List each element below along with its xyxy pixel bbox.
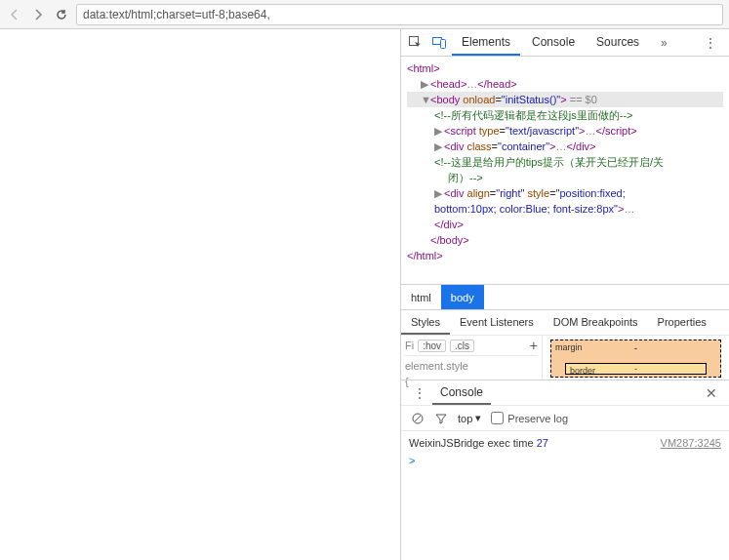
console-output[interactable]: WeixinJSBridge exec time 27 VM287:3245 >	[401, 431, 729, 560]
box-model[interactable]: margin - border -	[543, 336, 729, 380]
dom-attr: align	[467, 187, 490, 199]
console-number: 27	[537, 437, 548, 449]
preserve-log-checkbox[interactable]	[491, 412, 504, 424]
dom-tag: <script	[444, 125, 479, 137]
ellipsis: …	[586, 125, 596, 137]
console-message: WeixinJSBridge exec time 27 VM287:3245	[409, 435, 721, 451]
dom-comment[interactable]: <!--这里是给用户的tips提示（某开关已经开启/关	[434, 156, 664, 168]
styles-filter[interactable]: Fi	[405, 340, 414, 351]
tab-event-listeners[interactable]: Event Listeners	[450, 310, 544, 335]
dom-node[interactable]: <html>	[407, 62, 440, 74]
svg-line-4	[415, 416, 421, 421]
box-margin-label: margin	[555, 342, 583, 352]
breadcrumb-body[interactable]: body	[441, 285, 484, 309]
drawer-close-icon[interactable]: ✕	[700, 385, 723, 401]
preserve-log-label: Preserve log	[507, 413, 568, 424]
ellipsis: …	[466, 78, 477, 90]
browser-toolbar	[0, 0, 729, 29]
reload-button[interactable]	[53, 6, 70, 23]
devtools-tabbar: Elements Console Sources » ⋮	[401, 29, 729, 57]
expand-icon[interactable]: ▶	[434, 139, 444, 154]
chevron-down-icon: ▾	[475, 412, 481, 424]
tab-sources[interactable]: Sources	[587, 29, 649, 56]
dom-attr: onload	[463, 94, 495, 105]
filter-icon[interactable]	[434, 412, 448, 425]
dom-node[interactable]: ▶<script type="text/javascript">…</scrip…	[407, 123, 723, 139]
dom-node: </head>	[477, 78, 516, 90]
console-source-link[interactable]: VM287:3245	[661, 437, 721, 449]
dom-tag: <div	[444, 187, 467, 199]
dom-eq0: == $0	[567, 94, 597, 105]
dom-node[interactable]: <head>	[430, 78, 466, 90]
dom-attr-val: "container"	[498, 140, 549, 152]
styles-pane: Styles Event Listeners DOM Breakpoints P…	[401, 309, 729, 380]
tabs-more[interactable]: »	[655, 36, 673, 50]
context-label: top	[458, 413, 472, 424]
dom-attr-val: bottom:10px; color:Blue; font-size:8px"	[434, 203, 618, 215]
back-button[interactable]	[6, 6, 23, 23]
box-border-label: border	[570, 366, 595, 376]
collapse-icon[interactable]: ▼	[421, 92, 430, 107]
tab-elements[interactable]: Elements	[452, 29, 520, 56]
expand-icon[interactable]: ▶	[434, 185, 444, 201]
tab-dom-breakpoints[interactable]: DOM Breakpoints	[544, 310, 648, 335]
forward-button[interactable]	[29, 6, 47, 23]
tab-console[interactable]: Console	[522, 29, 585, 56]
border-top-val: -	[634, 364, 637, 374]
devtools-panel: Elements Console Sources » ⋮ <html> ▶<he…	[401, 29, 729, 560]
tab-properties[interactable]: Properties	[648, 310, 716, 335]
new-style-rule[interactable]: +	[530, 338, 538, 353]
svg-rect-2	[441, 39, 446, 48]
dom-tag: </script>	[596, 125, 637, 137]
tab-styles[interactable]: Styles	[401, 310, 450, 335]
dom-attr: type	[479, 125, 500, 137]
drawer-tab-console[interactable]: Console	[432, 380, 491, 405]
styles-tabbar: Styles Event Listeners DOM Breakpoints P…	[401, 310, 729, 336]
dom-attr-val: "position:fixed;	[556, 187, 626, 199]
page-viewport	[0, 29, 401, 560]
context-selector[interactable]: top▾	[458, 412, 481, 424]
dom-node[interactable]: </div>	[434, 219, 464, 230]
cls-toggle[interactable]: .cls	[450, 340, 474, 352]
device-toggle-icon[interactable]	[428, 32, 450, 54]
ellipsis: …	[556, 140, 567, 152]
dom-comment[interactable]: <!--所有代码逻辑都是在这段js里面做的-->	[434, 109, 633, 121]
dom-comment: 闭）-->	[448, 172, 483, 183]
dom-attr: style	[524, 187, 549, 199]
console-prompt[interactable]: >	[409, 451, 721, 466]
ellipsis: …	[624, 203, 634, 215]
preserve-log-toggle[interactable]: Preserve log	[491, 412, 568, 424]
breadcrumb-html[interactable]: html	[401, 285, 441, 309]
dom-breadcrumb: html body	[401, 284, 729, 309]
dom-attr-val: "initStatus()"	[502, 94, 560, 105]
dom-tag: <div	[444, 140, 467, 152]
dom-attr-val: "right"	[496, 187, 524, 199]
expand-icon[interactable]: ▶	[421, 76, 430, 92]
dom-attr-val: "text/javascript"	[506, 125, 579, 137]
dom-node[interactable]: </html>	[407, 250, 443, 261]
hov-toggle[interactable]: :hov	[418, 340, 446, 352]
dom-node[interactable]: </body>	[430, 234, 469, 246]
dom-node[interactable]: ▶<div align="right" style="position:fixe…	[407, 185, 723, 201]
inspect-element-icon[interactable]	[405, 32, 426, 54]
dom-node[interactable]: ▶<div class="container">…</div>	[407, 139, 723, 154]
dom-tag: </div>	[567, 140, 596, 152]
dom-tree[interactable]: <html> ▶<head>…</head> ▼<body onload="in…	[401, 57, 729, 284]
url-input[interactable]	[76, 4, 723, 25]
dom-tag: <body	[430, 94, 463, 105]
main-area: Elements Console Sources » ⋮ <html> ▶<he…	[0, 29, 729, 560]
expand-icon[interactable]: ▶	[434, 123, 444, 139]
margin-top-val: -	[565, 342, 707, 353]
element-style-label: element.style	[405, 356, 538, 372]
devtools-menu-icon[interactable]: ⋮	[696, 35, 725, 51]
drawer-menu-icon[interactable]: ⋮	[407, 385, 432, 401]
console-text: WeixinJSBridge exec time	[409, 437, 537, 449]
dom-attr: class	[467, 140, 492, 152]
styles-rules: Fi :hov .cls + element.style {	[401, 336, 543, 380]
console-drawer: ⋮ Console ✕ top▾ Preserve log WeixinJSBr…	[401, 380, 729, 560]
clear-console-icon[interactable]	[411, 412, 425, 425]
dom-selected-node[interactable]: ▼<body onload="initStatus()"> == $0	[407, 92, 723, 107]
